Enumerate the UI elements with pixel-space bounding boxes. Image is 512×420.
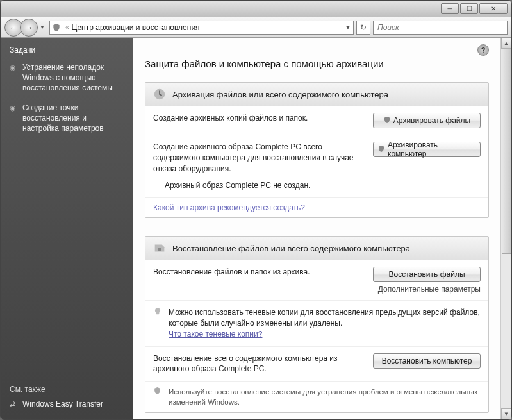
restore-computer-desc: Восстановление всего содержимого компьют… <box>153 353 367 375</box>
arrow-right-icon: → <box>24 22 33 33</box>
system-restore-info: Используйте восстановление системы для у… <box>145 382 488 412</box>
search-box[interactable] <box>373 21 508 35</box>
backup-panel: Архивация файлов или всего содержимого к… <box>145 82 489 218</box>
shield-icon: ◉ <box>10 62 19 94</box>
toolbar: ← → ▼ « Центр архивации и восстановления… <box>1 17 511 38</box>
see-also-label: Windows Easy Transfer <box>22 399 103 409</box>
sidebar: Задачи ◉ Устранение неполадок Windows с … <box>1 38 133 419</box>
task-create-restore-point[interactable]: ◉ Создание точки восстановления и настро… <box>10 103 124 134</box>
shadow-copy-link[interactable]: Что такое теневые копии? <box>169 330 262 339</box>
backup-icon <box>152 87 167 102</box>
restore-computer-row: Восстановление всего содержимого компьют… <box>145 347 488 382</box>
scroll-down-button[interactable]: ▼ <box>501 408 511 419</box>
titlebar: ─ ☐ ✕ <box>1 1 511 17</box>
help-button[interactable]: ? <box>477 44 489 56</box>
main-area: ? Защита файлов и компьютера с помощью а… <box>133 38 511 419</box>
backup-panel-title: Архивация файлов или всего содержимого к… <box>172 90 388 99</box>
transfer-icon: ⇄ <box>10 399 19 409</box>
shield-icon <box>50 23 63 32</box>
shadow-copy-text: Можно использовать теневые копии для вос… <box>169 308 480 328</box>
address-dropdown[interactable]: ▼ <box>343 24 353 31</box>
shadow-copy-tip: Можно использовать теневые копии для вос… <box>145 301 488 346</box>
restore-panel: Восстановление файлов или всего содержим… <box>145 236 489 413</box>
maximize-button[interactable]: ☐ <box>460 3 478 14</box>
address-bar[interactable]: « Центр архивации и восстановления ▼ <box>49 21 354 35</box>
backup-computer-desc: Создание архивного образа Complete PC вс… <box>153 142 367 174</box>
lightbulb-icon <box>153 307 163 339</box>
see-also-easy-transfer[interactable]: ⇄ Windows Easy Transfer <box>10 399 124 409</box>
forward-button[interactable]: → <box>20 19 38 37</box>
backup-computer-button[interactable]: Архивировать компьютер <box>373 142 481 157</box>
refresh-icon: ↻ <box>360 23 367 32</box>
button-label: Архивировать компьютер <box>388 140 476 158</box>
restore-advanced-link[interactable]: Дополнительные параметры <box>373 285 481 294</box>
backup-computer-status: Архивный образ Complete PC не создан. <box>153 180 367 191</box>
backup-help-link[interactable]: Какой тип архива рекомендуется создать? <box>145 198 488 217</box>
window: ─ ☐ ✕ ← → ▼ « Центр архивации и восстано… <box>0 0 512 420</box>
button-label: Восстановить файлы <box>388 270 465 279</box>
breadcrumb-text: Центр архивации и восстановления <box>72 23 200 32</box>
scroll-thumb[interactable] <box>502 49 511 254</box>
backup-panel-header: Архивация файлов или всего содержимого к… <box>145 83 488 106</box>
close-button[interactable]: ✕ <box>479 3 508 14</box>
page-title: Защита файлов и компьютера с помощью арх… <box>145 58 489 69</box>
task-label: Создание точки восстановления и настройк… <box>22 103 124 134</box>
button-label: Восстановить компьютер <box>382 357 472 365</box>
shield-icon <box>377 145 385 154</box>
restore-icon <box>152 240 167 256</box>
system-restore-text: Используйте восстановление системы для у… <box>169 387 481 407</box>
restore-files-desc: Восстановление файлов и папок из архива. <box>153 267 367 294</box>
search-input[interactable] <box>377 23 503 32</box>
arrow-left-icon: ← <box>9 22 18 33</box>
svg-point-1 <box>158 248 161 251</box>
help-icon: ? <box>481 46 486 54</box>
restore-files-button[interactable]: Восстановить файлы <box>373 267 481 282</box>
backup-files-desc: Создание архивных копий файлов и папок. <box>153 113 367 128</box>
backup-files-row: Создание архивных копий файлов и папок. … <box>145 106 488 135</box>
vertical-scrollbar[interactable]: ▲ ▼ <box>500 38 511 419</box>
nav-history-dropdown[interactable]: ▼ <box>38 19 47 37</box>
task-system-restore[interactable]: ◉ Устранение неполадок Windows с помощью… <box>10 62 124 94</box>
restore-files-row: Восстановление файлов и папок из архива.… <box>145 260 488 301</box>
refresh-button[interactable]: ↻ <box>356 21 370 35</box>
task-label: Устранение неполадок Windows с помощью в… <box>22 62 124 94</box>
restore-panel-title: Восстановление файлов или всего содержим… <box>172 244 410 253</box>
button-label: Архивировать файлы <box>393 116 470 125</box>
minimize-button[interactable]: ─ <box>441 3 459 14</box>
scroll-up-button[interactable]: ▲ <box>501 38 511 49</box>
see-also-header: См. также <box>10 385 124 394</box>
breadcrumb-sep: « <box>63 24 72 31</box>
backup-files-button[interactable]: Архивировать файлы <box>373 113 481 128</box>
shield-icon: ◉ <box>10 103 19 134</box>
shield-icon <box>153 387 163 398</box>
tasks-header: Задачи <box>10 46 124 55</box>
restore-panel-header: Восстановление файлов или всего содержим… <box>145 237 488 260</box>
body: Задачи ◉ Устранение неполадок Windows с … <box>1 38 511 419</box>
shield-icon <box>383 116 391 125</box>
restore-computer-button[interactable]: Восстановить компьютер <box>373 353 481 369</box>
backup-computer-row: Создание архивного образа Complete PC вс… <box>145 135 488 198</box>
main-content: ? Защита файлов и компьютера с помощью а… <box>133 38 500 419</box>
